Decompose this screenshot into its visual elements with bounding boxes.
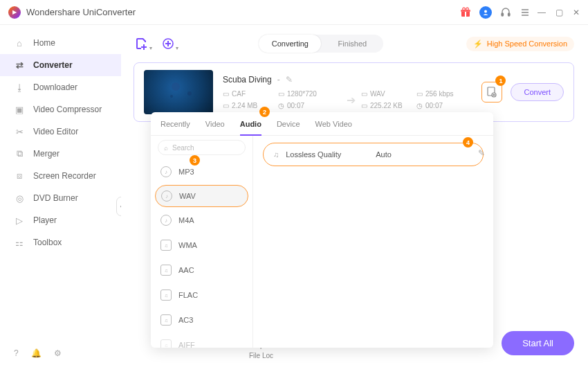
file-title: Scuba Diving <box>223 75 272 84</box>
search-icon: ⌕ <box>164 144 168 152</box>
download-icon: ⭳ <box>14 82 25 93</box>
svg-rect-1 <box>465 11 466 17</box>
format-wma[interactable]: ♫WMA <box>151 233 252 258</box>
user-avatar[interactable] <box>479 6 492 19</box>
clock-icon: ◷ <box>278 102 284 109</box>
arrow-right-icon: ➔ <box>340 94 361 107</box>
file-thumbnail[interactable] <box>144 70 213 114</box>
format-flac[interactable]: ♫FLAC <box>151 283 252 308</box>
step-4-badge: 4 <box>463 137 473 148</box>
headset-icon[interactable] <box>500 7 511 18</box>
step-3-badge: 3 <box>190 155 200 166</box>
size-icon: ▭ <box>223 102 229 109</box>
audio-icon: ♫ <box>160 314 172 326</box>
format-aac[interactable]: ♫AAC <box>151 258 252 283</box>
format-mp3[interactable]: ♪MP3 3 <box>151 159 252 184</box>
close-button[interactable]: ✕ <box>573 8 580 17</box>
clock-icon: ◷ <box>416 102 423 109</box>
titlebar: Wondershare UniConverter — ▢ ✕ <box>0 0 588 25</box>
audio-icon: ♫ <box>160 290 172 301</box>
svg-point-18 <box>493 94 495 96</box>
format-icon: ▭ <box>361 90 367 98</box>
scissors-icon: ✂ <box>14 127 25 137</box>
dd-tab-audio[interactable]: Audio 2 <box>240 112 261 135</box>
convert-button[interactable]: Convert <box>511 83 564 101</box>
hamburger-icon[interactable] <box>520 7 531 18</box>
sidebar-item-home[interactable]: ⌂Home <box>0 32 121 54</box>
sidebar-item-recorder[interactable]: ⧇Screen Recorder <box>0 165 121 187</box>
edit-title-icon[interactable]: ✎ <box>286 75 293 84</box>
start-all-button[interactable]: Start All <box>502 331 574 355</box>
bolt-icon: ⚡ <box>473 39 483 48</box>
dd-tab-video[interactable]: Video <box>205 112 225 135</box>
svg-rect-6 <box>502 13 504 16</box>
svg-point-3 <box>463 8 466 10</box>
sidebar: ⌂Home ⇄Converter ⭳Downloader ▣Video Comp… <box>0 25 121 365</box>
sidebar-item-player[interactable]: ▷Player <box>0 209 121 231</box>
format-list: ⌕ Search ♪MP3 3 ♪WAV ♪M4A ♫WMA ♫AAC ♫FLA… <box>151 136 253 348</box>
music-icon: ♫ <box>273 150 279 159</box>
sidebar-item-converter[interactable]: ⇄Converter <box>0 54 121 76</box>
app-logo <box>8 6 21 19</box>
grid-icon: ⚏ <box>14 238 25 248</box>
quality-option[interactable]: ♫ Lossless Quality Auto 4 <box>263 143 484 166</box>
help-icon[interactable]: ? <box>14 348 19 358</box>
dd-tab-recently[interactable]: Recently <box>160 112 190 135</box>
format-icon: ▭ <box>223 90 229 98</box>
merge-icon: ⧉ <box>14 148 25 159</box>
format-m4a[interactable]: ♪M4A <box>151 208 252 233</box>
tab-segment: Converting Finished <box>259 35 383 53</box>
app-title: Wondershare UniConverter <box>26 7 136 17</box>
audio-icon: ♪ <box>160 166 172 177</box>
audio-icon: ♫ <box>160 265 172 276</box>
disc-icon: ◎ <box>14 193 25 204</box>
size-icon: ▭ <box>361 102 367 109</box>
audio-icon: ♪ <box>161 190 172 202</box>
audio-icon: ♪ <box>160 215 172 226</box>
sidebar-item-compressor[interactable]: ▣Video Compressor <box>0 98 121 121</box>
format-wav[interactable]: ♪WAV <box>155 185 248 207</box>
bell-icon[interactable]: 🔔 <box>31 348 42 358</box>
dd-tab-device[interactable]: Device <box>277 112 300 135</box>
sidebar-item-editor[interactable]: ✂Video Editor <box>0 121 121 143</box>
res-icon: ▭ <box>278 90 284 98</box>
chevron-down-icon: ▾ <box>176 45 178 51</box>
add-file-button[interactable]: ▾ <box>134 35 150 52</box>
home-icon: ⌂ <box>14 38 25 48</box>
format-ac3[interactable]: ♫AC3 <box>151 308 252 332</box>
audio-icon: ♫ <box>160 339 172 348</box>
format-search[interactable]: ⌕ Search <box>158 140 246 155</box>
svg-rect-12 <box>141 46 147 48</box>
svg-point-4 <box>466 8 469 10</box>
svg-rect-7 <box>508 13 511 16</box>
add-url-button[interactable]: ▾ <box>160 35 176 52</box>
sidebar-item-toolbox[interactable]: ⚏Toolbox <box>0 231 121 253</box>
convert-icon: ⇄ <box>14 60 25 71</box>
audio-icon: ♫ <box>160 240 172 251</box>
sidebar-item-dvd[interactable]: ◎DVD Burner <box>0 187 121 209</box>
format-aiff[interactable]: ♫AIFF <box>151 332 252 348</box>
step-2-badge: 2 <box>259 107 270 117</box>
format-dropdown: Recently Video Audio 2 Device Web Video … <box>151 112 493 348</box>
sidebar-item-merger[interactable]: ⧉Merger <box>0 143 121 165</box>
svg-point-5 <box>484 10 487 12</box>
sidebar-item-downloader[interactable]: ⭳Downloader <box>0 76 121 98</box>
settings-icon[interactable]: ⚙ <box>54 348 62 358</box>
edit-quality-icon[interactable]: ✎ <box>478 148 485 158</box>
dd-tab-webvideo[interactable]: Web Video <box>315 112 352 135</box>
high-speed-toggle[interactable]: ⚡ High Speed Conversion <box>466 37 574 51</box>
rate-icon: ▭ <box>416 90 423 98</box>
record-icon: ⧇ <box>14 170 25 181</box>
minimize-button[interactable]: — <box>538 8 546 17</box>
svg-rect-2 <box>461 10 470 12</box>
svg-rect-15 <box>165 43 171 44</box>
compress-icon: ▣ <box>14 105 25 115</box>
gift-icon[interactable] <box>460 7 471 18</box>
play-icon: ▷ <box>14 215 25 226</box>
output-settings-button[interactable]: 1 <box>481 82 502 103</box>
step-1-badge: 1 <box>495 75 506 86</box>
chevron-down-icon: ▾ <box>149 45 152 51</box>
maximize-button[interactable]: ▢ <box>555 8 563 17</box>
tab-converting[interactable]: Converting <box>259 35 321 53</box>
tab-finished[interactable]: Finished <box>321 35 383 53</box>
